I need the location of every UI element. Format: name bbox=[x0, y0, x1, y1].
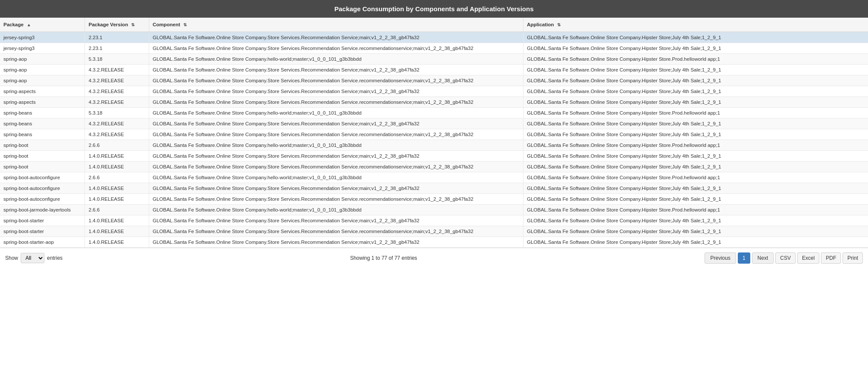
pagination-info: Showing 1 to 77 of 77 entries bbox=[350, 255, 417, 261]
cell-application: GLOBAL.Santa Fe Software.Online Store Co… bbox=[523, 194, 868, 205]
cell-version: 4.3.2.RELEASE bbox=[85, 129, 149, 140]
cell-component: GLOBAL.Santa Fe Software.Online Store Co… bbox=[149, 108, 523, 118]
table-container: Package ▲ Package Version ⇅ Component ⇅ … bbox=[0, 18, 868, 248]
cell-version: 2.6.6 bbox=[85, 172, 149, 183]
cell-component: GLOBAL.Santa Fe Software.Online Store Co… bbox=[149, 215, 523, 226]
cell-version: 1.4.0.RELEASE bbox=[85, 215, 149, 226]
show-entries: Show All 10 25 50 100 entries bbox=[5, 253, 63, 263]
next-button[interactable]: Next bbox=[752, 252, 774, 264]
cell-version: 1.4.0.RELEASE bbox=[85, 151, 149, 162]
table-row: spring-boot-starter1.4.0.RELEASEGLOBAL.S… bbox=[0, 226, 868, 237]
cell-application: GLOBAL.Santa Fe Software.Online Store Co… bbox=[523, 118, 868, 129]
table-row: spring-aspects4.3.2.RELEASEGLOBAL.Santa … bbox=[0, 86, 868, 97]
cell-component: GLOBAL.Santa Fe Software.Online Store Co… bbox=[149, 151, 523, 162]
entries-label: entries bbox=[47, 255, 63, 261]
entries-select[interactable]: All 10 25 50 100 bbox=[21, 253, 44, 263]
cell-package: spring-boot-jarmode-layertools bbox=[0, 205, 85, 215]
cell-application: GLOBAL.Santa Fe Software.Online Store Co… bbox=[523, 226, 868, 237]
cell-version: 4.3.2.RELEASE bbox=[85, 118, 149, 129]
table-body: jersey-spring32.23.1GLOBAL.Santa Fe Soft… bbox=[0, 32, 868, 248]
cell-component: GLOBAL.Santa Fe Software.Online Store Co… bbox=[149, 86, 523, 97]
cell-package: jersey-spring3 bbox=[0, 43, 85, 54]
cell-package: spring-aop bbox=[0, 65, 85, 75]
table-row: spring-boot-starter-aop1.4.0.RELEASEGLOB… bbox=[0, 237, 868, 248]
cell-version: 1.4.0.RELEASE bbox=[85, 162, 149, 172]
table-row: spring-boot-jarmode-layertools2.6.6GLOBA… bbox=[0, 205, 868, 215]
col-header-application[interactable]: Application ⇅ bbox=[523, 18, 868, 32]
cell-application: GLOBAL.Santa Fe Software.Online Store Co… bbox=[523, 86, 868, 97]
cell-package: spring-boot-autoconfigure bbox=[0, 172, 85, 183]
main-table: Package ▲ Package Version ⇅ Component ⇅ … bbox=[0, 18, 868, 248]
table-row: spring-boot-autoconfigure1.4.0.RELEASEGL… bbox=[0, 194, 868, 205]
cell-component: GLOBAL.Santa Fe Software.Online Store Co… bbox=[149, 75, 523, 86]
cell-application: GLOBAL.Santa Fe Software.Online Store Co… bbox=[523, 151, 868, 162]
export-pdf-button[interactable]: PDF bbox=[821, 252, 841, 264]
cell-application: GLOBAL.Santa Fe Software.Online Store Co… bbox=[523, 129, 868, 140]
cell-application: GLOBAL.Santa Fe Software.Online Store Co… bbox=[523, 162, 868, 172]
table-header-row: Package ▲ Package Version ⇅ Component ⇅ … bbox=[0, 18, 868, 32]
cell-application: GLOBAL.Santa Fe Software.Online Store Co… bbox=[523, 205, 868, 215]
col-header-version[interactable]: Package Version ⇅ bbox=[85, 18, 149, 32]
cell-package: spring-aop bbox=[0, 75, 85, 86]
export-excel-button[interactable]: Excel bbox=[797, 252, 819, 264]
table-row: spring-boot-autoconfigure2.6.6GLOBAL.San… bbox=[0, 172, 868, 183]
table-row: spring-boot-autoconfigure1.4.0.RELEASEGL… bbox=[0, 183, 868, 194]
cell-package: spring-aspects bbox=[0, 97, 85, 108]
cell-component: GLOBAL.Santa Fe Software.Online Store Co… bbox=[149, 129, 523, 140]
cell-version: 1.4.0.RELEASE bbox=[85, 237, 149, 248]
page-header: Package Consumption by Components and Ap… bbox=[0, 0, 868, 18]
cell-component: GLOBAL.Santa Fe Software.Online Store Co… bbox=[149, 54, 523, 65]
cell-package: spring-boot-starter bbox=[0, 215, 85, 226]
cell-version: 5.3.18 bbox=[85, 54, 149, 65]
cell-version: 2.6.6 bbox=[85, 140, 149, 151]
info-text: Showing 1 to 77 of 77 entries bbox=[350, 255, 417, 261]
sort-both-icon: ⇅ bbox=[131, 22, 135, 27]
cell-version: 2.6.6 bbox=[85, 205, 149, 215]
cell-component: GLOBAL.Santa Fe Software.Online Store Co… bbox=[149, 97, 523, 108]
cell-package: spring-boot bbox=[0, 140, 85, 151]
cell-version: 4.3.2.RELEASE bbox=[85, 75, 149, 86]
table-row: spring-boot2.6.6GLOBAL.Santa Fe Software… bbox=[0, 140, 868, 151]
previous-button[interactable]: Previous bbox=[705, 252, 736, 264]
table-row: spring-beans5.3.18GLOBAL.Santa Fe Softwa… bbox=[0, 108, 868, 118]
cell-component: GLOBAL.Santa Fe Software.Online Store Co… bbox=[149, 65, 523, 75]
table-row: spring-boot-starter1.4.0.RELEASEGLOBAL.S… bbox=[0, 215, 868, 226]
cell-version: 4.3.2.RELEASE bbox=[85, 97, 149, 108]
cell-component: GLOBAL.Santa Fe Software.Online Store Co… bbox=[149, 172, 523, 183]
export-print-button[interactable]: Print bbox=[843, 252, 863, 264]
export-csv-button[interactable]: CSV bbox=[775, 252, 796, 264]
pagination-controls: Previous 1 Next CSV Excel PDF Print bbox=[705, 252, 863, 264]
table-row: spring-aop5.3.18GLOBAL.Santa Fe Software… bbox=[0, 54, 868, 65]
col-header-component[interactable]: Component ⇅ bbox=[149, 18, 523, 32]
cell-application: GLOBAL.Santa Fe Software.Online Store Co… bbox=[523, 108, 868, 118]
table-row: spring-aop4.3.2.RELEASEGLOBAL.Santa Fe S… bbox=[0, 65, 868, 75]
cell-package: jersey-spring3 bbox=[0, 32, 85, 43]
cell-component: GLOBAL.Santa Fe Software.Online Store Co… bbox=[149, 205, 523, 215]
table-row: spring-beans4.3.2.RELEASEGLOBAL.Santa Fe… bbox=[0, 118, 868, 129]
cell-component: GLOBAL.Santa Fe Software.Online Store Co… bbox=[149, 32, 523, 43]
cell-component: GLOBAL.Santa Fe Software.Online Store Co… bbox=[149, 118, 523, 129]
cell-package: spring-aop bbox=[0, 54, 85, 65]
sort-asc-icon: ▲ bbox=[27, 22, 31, 27]
col-header-package[interactable]: Package ▲ bbox=[0, 18, 85, 32]
cell-package: spring-beans bbox=[0, 108, 85, 118]
cell-application: GLOBAL.Santa Fe Software.Online Store Co… bbox=[523, 75, 868, 86]
cell-version: 4.3.2.RELEASE bbox=[85, 65, 149, 75]
cell-package: spring-boot-starter-aop bbox=[0, 237, 85, 248]
cell-version: 2.23.1 bbox=[85, 43, 149, 54]
cell-application: GLOBAL.Santa Fe Software.Online Store Co… bbox=[523, 97, 868, 108]
cell-version: 2.23.1 bbox=[85, 32, 149, 43]
cell-component: GLOBAL.Santa Fe Software.Online Store Co… bbox=[149, 43, 523, 54]
cell-application: GLOBAL.Santa Fe Software.Online Store Co… bbox=[523, 172, 868, 183]
cell-application: GLOBAL.Santa Fe Software.Online Store Co… bbox=[523, 215, 868, 226]
cell-version: 4.3.2.RELEASE bbox=[85, 86, 149, 97]
page-1-button[interactable]: 1 bbox=[738, 252, 750, 264]
cell-component: GLOBAL.Santa Fe Software.Online Store Co… bbox=[149, 226, 523, 237]
table-row: jersey-spring32.23.1GLOBAL.Santa Fe Soft… bbox=[0, 32, 868, 43]
cell-application: GLOBAL.Santa Fe Software.Online Store Co… bbox=[523, 140, 868, 151]
cell-package: spring-boot-autoconfigure bbox=[0, 194, 85, 205]
cell-application: GLOBAL.Santa Fe Software.Online Store Co… bbox=[523, 183, 868, 194]
cell-application: GLOBAL.Santa Fe Software.Online Store Co… bbox=[523, 43, 868, 54]
table-row: spring-aop4.3.2.RELEASEGLOBAL.Santa Fe S… bbox=[0, 75, 868, 86]
cell-version: 5.3.18 bbox=[85, 108, 149, 118]
